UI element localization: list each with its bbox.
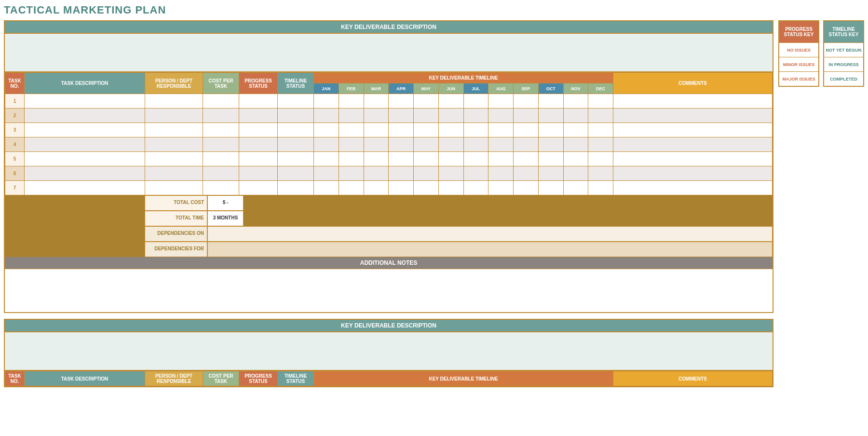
- task-cell[interactable]: [613, 109, 773, 123]
- task-cell[interactable]: [463, 137, 488, 152]
- task-cell[interactable]: [25, 166, 145, 181]
- task-cell[interactable]: [463, 123, 488, 137]
- task-cell[interactable]: [145, 166, 203, 181]
- key-deliverable-desc-area-2[interactable]: [5, 332, 773, 371]
- task-cell[interactable]: [389, 123, 414, 137]
- task-cell[interactable]: [145, 94, 203, 109]
- task-cell[interactable]: [239, 137, 278, 152]
- task-cell[interactable]: [203, 94, 239, 109]
- task-cell[interactable]: [339, 152, 364, 166]
- task-cell[interactable]: [414, 152, 439, 166]
- task-cell[interactable]: [438, 166, 463, 181]
- task-cell[interactable]: [538, 166, 563, 181]
- task-cell[interactable]: [145, 109, 203, 123]
- task-cell[interactable]: [538, 181, 563, 195]
- task-cell[interactable]: [239, 152, 278, 166]
- task-cell[interactable]: [203, 109, 239, 123]
- task-cell[interactable]: [488, 181, 514, 195]
- task-cell[interactable]: [339, 166, 364, 181]
- task-cell[interactable]: [463, 181, 488, 195]
- task-cell[interactable]: [563, 181, 588, 195]
- task-cell[interactable]: [514, 166, 539, 181]
- task-cell[interactable]: [389, 94, 414, 109]
- task-cell[interactable]: [538, 152, 563, 166]
- task-cell[interactable]: [314, 181, 339, 195]
- task-cell[interactable]: [278, 166, 314, 181]
- task-cell[interactable]: [563, 94, 588, 109]
- task-cell[interactable]: [203, 181, 239, 195]
- task-cell[interactable]: [239, 166, 278, 181]
- task-cell[interactable]: [314, 109, 339, 123]
- task-cell[interactable]: [463, 152, 488, 166]
- task-cell[interactable]: [25, 137, 145, 152]
- task-cell[interactable]: [563, 109, 588, 123]
- task-cell[interactable]: [563, 123, 588, 137]
- task-cell[interactable]: [203, 152, 239, 166]
- task-cell[interactable]: [414, 94, 439, 109]
- task-cell[interactable]: [389, 181, 414, 195]
- task-cell[interactable]: [339, 109, 364, 123]
- additional-notes-area[interactable]: [5, 269, 773, 312]
- task-cell[interactable]: [563, 152, 588, 166]
- task-cell[interactable]: [25, 94, 145, 109]
- key-deliverable-desc-area[interactable]: [5, 34, 773, 72]
- task-cell[interactable]: [364, 123, 389, 137]
- task-cell[interactable]: [364, 152, 389, 166]
- task-cell[interactable]: [438, 152, 463, 166]
- task-cell[interactable]: [613, 152, 773, 166]
- task-cell[interactable]: [339, 137, 364, 152]
- task-cell[interactable]: [514, 137, 539, 152]
- task-cell[interactable]: [463, 109, 488, 123]
- task-cell[interactable]: [538, 94, 563, 109]
- task-cell[interactable]: [488, 166, 514, 181]
- task-cell[interactable]: [314, 94, 339, 109]
- task-cell[interactable]: [488, 123, 514, 137]
- task-cell[interactable]: [414, 166, 439, 181]
- task-cell[interactable]: [463, 94, 488, 109]
- task-cell[interactable]: [145, 181, 203, 195]
- task-cell[interactable]: [364, 137, 389, 152]
- task-cell[interactable]: [588, 109, 613, 123]
- dependencies-for-value[interactable]: [207, 242, 773, 257]
- task-cell[interactable]: [563, 166, 588, 181]
- task-cell[interactable]: [588, 123, 613, 137]
- task-cell[interactable]: [389, 166, 414, 181]
- task-cell[interactable]: [488, 109, 514, 123]
- task-cell[interactable]: [438, 109, 463, 123]
- task-cell[interactable]: [278, 123, 314, 137]
- task-cell[interactable]: [514, 94, 539, 109]
- task-cell[interactable]: [25, 109, 145, 123]
- task-cell[interactable]: [389, 137, 414, 152]
- task-cell[interactable]: [364, 94, 389, 109]
- task-cell[interactable]: [488, 94, 514, 109]
- task-cell[interactable]: [438, 94, 463, 109]
- task-cell[interactable]: [588, 94, 613, 109]
- task-cell[interactable]: [339, 94, 364, 109]
- task-cell[interactable]: [514, 181, 539, 195]
- task-cell[interactable]: [538, 123, 563, 137]
- task-cell[interactable]: [438, 123, 463, 137]
- task-cell[interactable]: [463, 166, 488, 181]
- task-cell[interactable]: [488, 152, 514, 166]
- task-cell[interactable]: [588, 166, 613, 181]
- task-cell[interactable]: [514, 152, 539, 166]
- task-cell[interactable]: [613, 181, 773, 195]
- task-cell[interactable]: [613, 123, 773, 137]
- task-cell[interactable]: [438, 137, 463, 152]
- task-cell[interactable]: [364, 166, 389, 181]
- task-cell[interactable]: [203, 166, 239, 181]
- task-cell[interactable]: [389, 152, 414, 166]
- task-cell[interactable]: [239, 109, 278, 123]
- task-cell[interactable]: [239, 181, 278, 195]
- task-cell[interactable]: [239, 94, 278, 109]
- dependencies-on-value[interactable]: [207, 226, 773, 242]
- task-cell[interactable]: [239, 123, 278, 137]
- task-cell[interactable]: [145, 123, 203, 137]
- task-cell[interactable]: [364, 109, 389, 123]
- task-cell[interactable]: [538, 109, 563, 123]
- task-cell[interactable]: [588, 137, 613, 152]
- task-cell[interactable]: [438, 181, 463, 195]
- task-cell[interactable]: [613, 166, 773, 181]
- task-cell[interactable]: [613, 137, 773, 152]
- task-cell[interactable]: [25, 152, 145, 166]
